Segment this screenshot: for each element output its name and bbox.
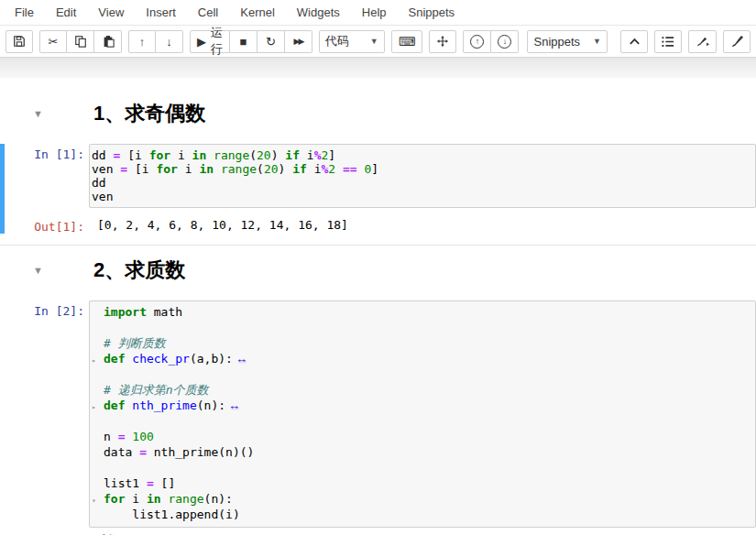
notebook-area: ▼ 1、求奇偶数 In [1]: dd = [i for i in range(… bbox=[0, 78, 756, 535]
move-icon bbox=[436, 35, 449, 48]
fast-forward-icon: ▶▶ bbox=[294, 38, 303, 46]
menu-cell[interactable]: Cell bbox=[187, 0, 229, 25]
snippet-brush-button[interactable] bbox=[723, 30, 751, 53]
circle-up-icon: ↑ bbox=[470, 35, 484, 49]
restart-kernel-button[interactable]: ↻ bbox=[257, 30, 285, 53]
circle-down-icon: ↓ bbox=[498, 35, 511, 49]
save-button[interactable] bbox=[5, 30, 33, 53]
command-palette-button[interactable]: ⌨ bbox=[391, 30, 423, 53]
menu-bar: File Edit View Insert Cell Kernel Widget… bbox=[0, 0, 756, 26]
menu-file[interactable]: File bbox=[4, 0, 45, 25]
input-prompt: In [2]: bbox=[5, 300, 89, 528]
cell-output-area: Out[1]: [0, 2, 4, 6, 8, 10, 12, 14, 16, … bbox=[5, 216, 756, 234]
menu-snippets[interactable]: Snippets bbox=[398, 0, 466, 25]
output-value: [0, 2, 4, 6, 8, 10, 12, 14, 16, 18] bbox=[89, 216, 348, 234]
menu-insert[interactable]: Insert bbox=[135, 0, 187, 25]
arrow-up-icon: ↑ bbox=[139, 36, 146, 48]
collapse-headings-button[interactable] bbox=[620, 30, 648, 53]
menu-kernel[interactable]: Kernel bbox=[229, 0, 286, 25]
run-button[interactable]: ▶ 运行 bbox=[190, 30, 230, 53]
move-cell-down-button[interactable]: ↓ bbox=[156, 30, 183, 53]
stop-icon: ■ bbox=[240, 36, 247, 48]
keyboard-icon: ⌨ bbox=[399, 36, 416, 48]
header-shadow-band bbox=[0, 57, 756, 78]
move-cell-up-button[interactable]: ↑ bbox=[128, 30, 156, 53]
code-editor[interactable]: import math # 判断质数▸def check_pr(a,b):↔ #… bbox=[89, 300, 756, 528]
chevron-up-icon bbox=[629, 37, 641, 46]
collapse-triangle-icon[interactable]: ▼ bbox=[33, 265, 48, 276]
collapse-triangle-icon[interactable]: ▼ bbox=[33, 108, 48, 119]
input-prompt: In [1]: bbox=[5, 144, 89, 208]
snippets-select[interactable]: Snippets ▼ bbox=[527, 30, 608, 53]
move-tool-button[interactable] bbox=[429, 30, 456, 53]
cut-button[interactable]: ✂ bbox=[39, 30, 67, 53]
copy-button[interactable] bbox=[67, 30, 94, 53]
code-editor[interactable]: dd = [i for i in range(20) if i%2]ven = … bbox=[89, 144, 756, 208]
section-title-2: 2、求质数 bbox=[93, 257, 185, 284]
scroll-down-button[interactable]: ↓ bbox=[491, 30, 519, 53]
paste-button[interactable] bbox=[94, 30, 122, 53]
output-prompt: Out[1]: bbox=[5, 216, 89, 234]
cell-type-select[interactable]: 代码 ▼ bbox=[319, 30, 385, 53]
brush-icon bbox=[731, 36, 743, 48]
toolbar: ✂ ↑ ↓ ▶ 运行 ■ ↻ ▶▶ 代码 ▼ ⌨ bbox=[0, 26, 756, 57]
copy-icon bbox=[74, 35, 87, 48]
run-label: 运行 bbox=[211, 25, 223, 58]
restart-icon: ↻ bbox=[266, 36, 276, 48]
stop-button[interactable]: ■ bbox=[230, 30, 257, 53]
section-heading-1: ▼ 1、求奇偶数 bbox=[0, 98, 756, 129]
menu-help[interactable]: Help bbox=[351, 0, 398, 25]
scroll-up-button[interactable]: ↑ bbox=[463, 30, 491, 53]
restart-run-all-button[interactable]: ▶▶ bbox=[285, 30, 312, 53]
arrow-down-icon: ↓ bbox=[166, 36, 172, 48]
code-cell-1[interactable]: In [1]: dd = [i for i in range(20) if i%… bbox=[0, 144, 756, 234]
save-icon bbox=[13, 35, 26, 48]
code-prettify-button[interactable] bbox=[688, 30, 717, 53]
cell-type-value: 代码 bbox=[325, 33, 349, 49]
menu-widgets[interactable]: Widgets bbox=[286, 0, 351, 25]
table-of-contents-button[interactable] bbox=[654, 30, 682, 53]
caret-down-icon: ▼ bbox=[593, 37, 601, 46]
paste-icon bbox=[102, 35, 115, 48]
snippets-value: Snippets bbox=[533, 35, 580, 49]
menu-view[interactable]: View bbox=[87, 0, 135, 25]
section-heading-2: ▼ 2、求质数 bbox=[0, 255, 756, 286]
play-icon: ▶ bbox=[197, 36, 206, 48]
menu-edit[interactable]: Edit bbox=[45, 0, 87, 25]
code-cell-2[interactable]: In [2]: import math # 判断质数▸def check_pr(… bbox=[0, 300, 756, 528]
cut-icon: ✂ bbox=[49, 36, 59, 48]
section-title-1: 1、求奇偶数 bbox=[93, 100, 205, 127]
brush-play-icon bbox=[696, 36, 709, 48]
caret-down-icon: ▼ bbox=[370, 37, 378, 46]
numbered-list-icon bbox=[662, 36, 674, 48]
section-divider bbox=[0, 245, 756, 246]
